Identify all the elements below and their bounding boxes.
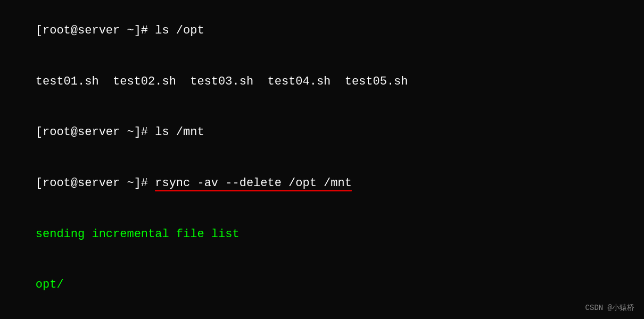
prompt-text-1: [root@server ~]# ls /opt [36,24,204,37]
terminal-window: [root@server ~]# ls /opt test01.sh test0… [0,0,644,319]
terminal-line-1: [root@server ~]# ls /opt [7,5,637,56]
output-opt-dir: opt/ [36,278,64,291]
terminal-line-7: opt/test01.sh [7,310,637,319]
terminal-line-4: [root@server ~]# rsync -av --delete /opt… [7,158,637,209]
terminal-line-5: sending incremental file list [7,209,637,260]
output-ls-opt: test01.sh test02.sh test03.sh test04.sh … [36,75,408,88]
prompt-text-4: [root@server ~]# [36,177,155,190]
rsync-command: rsync -av --delete /opt /mnt [155,175,352,192]
terminal-line-2: test01.sh test02.sh test03.sh test04.sh … [7,56,637,107]
prompt-text-3: [root@server ~]# ls /mnt [36,125,204,139]
terminal-line-3: [root@server ~]# ls /mnt [7,107,637,158]
watermark: CSDN @小猿桥 [585,303,634,313]
terminal-line-6: opt/ [7,259,637,310]
output-sending: sending incremental file list [36,228,240,241]
